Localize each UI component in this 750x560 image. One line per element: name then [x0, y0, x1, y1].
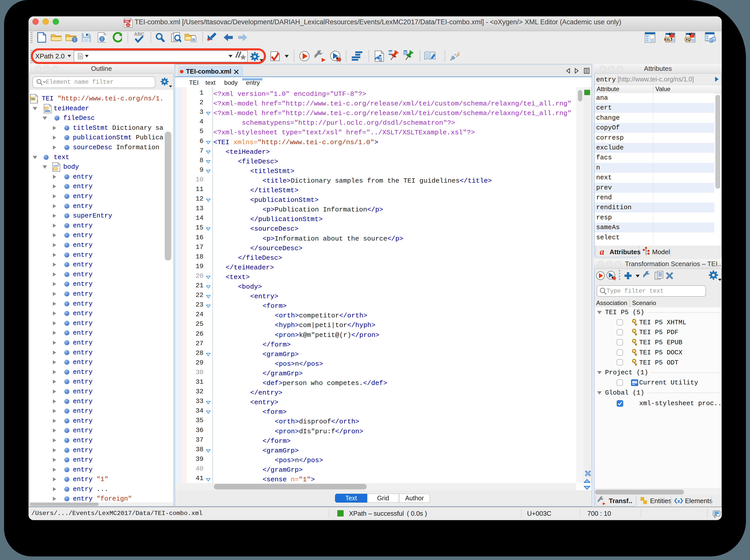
svg-text:XSLT: XSLT: [664, 37, 672, 41]
svg-text:<e>: <e>: [126, 23, 131, 26]
svg-text:TEI: TEI: [31, 98, 35, 100]
svg-text:XML: XML: [124, 20, 130, 23]
svg-text:ABC: ABC: [134, 32, 144, 37]
svg-text:XQ: XQ: [686, 37, 691, 41]
svg-text:x: x: [677, 498, 680, 504]
svg-text:*: *: [207, 36, 210, 43]
